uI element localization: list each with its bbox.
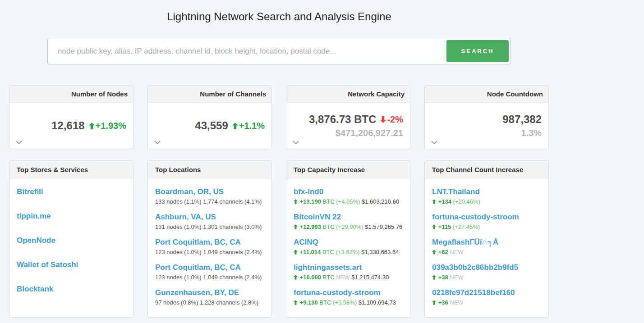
- node-link[interactable]: lightningassets.art: [294, 262, 362, 273]
- stat-card-body: 987,382 1.3%: [425, 103, 548, 149]
- capacity-detail: +13.190 BTC (+4.05%) $1,603,210.60: [294, 197, 403, 206]
- list-item: OpenNode: [17, 235, 126, 246]
- channel-detail: +115 (+27.45%): [432, 223, 541, 231]
- list-card-body: LNT.Thailand +134 (+20.46%) fortuna-cust…: [425, 179, 548, 307]
- capacity-usd: $1,215,474.30: [351, 274, 389, 281]
- capacity-detail: +10.000 BTC NEW $1,215,474.30: [294, 273, 403, 282]
- location-link[interactable]: Boardman, OR, US: [155, 187, 224, 197]
- capacity-detail: +9.130 BTC (+5.98%) $1,109,694.73: [294, 298, 403, 307]
- new-badge: NEW: [450, 249, 463, 255]
- node-link[interactable]: MegaflashΓÜí∩╕Å: [432, 237, 498, 247]
- chevron-down-icon[interactable]: [154, 141, 161, 145]
- store-link[interactable]: Blocktank: [17, 284, 53, 294]
- down-arrow-icon: [380, 116, 386, 123]
- capacity-detail: +11.014 BTC (+3.62%) $1,338,663.64: [294, 248, 403, 256]
- new-badge: NEW: [450, 274, 463, 281]
- list-card-title: Top Stores & Services: [9, 161, 133, 179]
- channel-percent: (+20.46%): [453, 198, 480, 205]
- list-item: lightningassets.art +10.000 BTC NEW $1,2…: [294, 262, 403, 282]
- stat-card-network-capacity: Network Capacity 3,876.73 BTC -2% $471,2…: [286, 85, 410, 149]
- capacity-amount: +9.130: [300, 299, 318, 306]
- list-card-body: Boardman, OR, US 133 nodes (1.1%) 1,774 …: [148, 179, 271, 307]
- list-item: Port Coquitlam, BC, CA 123 nodes (1.0%) …: [155, 262, 264, 282]
- search-button[interactable]: SEARCH: [446, 40, 509, 62]
- stat-card-title: Network Capacity: [286, 86, 410, 103]
- stat-card-number-of-channels: Number of Channels 43,559 +1.1%: [147, 85, 272, 149]
- stat-change: +1.1%: [232, 121, 265, 131]
- capacity-usd: $1,109,694.73: [359, 299, 396, 306]
- node-link[interactable]: fortuna-custody-stroom: [432, 212, 519, 222]
- stat-change: +1.93%: [89, 121, 126, 131]
- stat-card-body: 3,876.73 BTC -2% $471,206,927.21: [286, 103, 410, 149]
- list-card-title: Top Capacity Increase: [286, 161, 410, 179]
- store-link[interactable]: OpenNode: [17, 235, 55, 246]
- location-detail: 123 nodes (1.0%) 1,049 channels (2.4%): [155, 273, 264, 282]
- location-link[interactable]: Ashburn, VA, US: [155, 212, 216, 222]
- channel-detail: +134 (+20.46%): [432, 197, 541, 206]
- list-item: BitcoinVN 22 +12.993 BTC (+29.90%) $1,57…: [294, 212, 403, 231]
- stat-change-value: -2%: [387, 114, 403, 125]
- up-arrow-icon: [432, 224, 436, 229]
- capacity-percent: (+4.05%): [336, 198, 360, 205]
- page: Lightning Network Search and Analysis En…: [0, 0, 644, 323]
- location-link[interactable]: Port Coquitlam, BC, CA: [155, 237, 241, 247]
- list-item: Wallet of Satoshi: [17, 259, 126, 270]
- up-arrow-icon: [89, 123, 95, 129]
- stat-value-line: 12,618 +1.93%: [51, 119, 126, 132]
- location-link[interactable]: Gunzenhausen, BY, DE: [155, 287, 239, 298]
- location-detail: 123 nodes (1.0%) 1,049 channels (2.4%): [155, 248, 264, 256]
- location-detail: 97 nodes (0.8%) 1,228 channels (2.8%): [155, 298, 264, 307]
- node-link[interactable]: bfx-lnd0: [294, 187, 323, 197]
- node-link[interactable]: 039a3b0b2c86bb2b9fd5: [432, 262, 518, 273]
- channel-amount: +115: [438, 223, 451, 230]
- capacity-unit: BTC: [319, 299, 331, 306]
- stat-secondary-value: 1.3%: [521, 128, 542, 138]
- channel-percent: (+27.45%): [453, 223, 480, 230]
- capacity-amount: +10.000: [300, 274, 321, 281]
- store-link[interactable]: Wallet of Satoshi: [17, 259, 78, 270]
- capacity-usd: $1,338,663.64: [361, 249, 399, 255]
- list-item: 039a3b0b2c86bb2b9fd5 +38 NEW: [432, 262, 541, 282]
- stat-value: 3,876.73 BTC: [309, 113, 376, 126]
- chevron-down-icon[interactable]: [431, 141, 437, 145]
- up-arrow-icon: [432, 275, 436, 280]
- stat-value: 987,382: [502, 113, 542, 126]
- stat-secondary-value: $471,206,927.21: [336, 128, 403, 138]
- stat-value-line: 43,559 +1.1%: [195, 119, 265, 132]
- list-item: Ashburn, VA, US 131 nodes (1.0%) 1,301 c…: [155, 212, 264, 231]
- node-link[interactable]: LNT.Thailand: [432, 187, 480, 197]
- node-link[interactable]: BitcoinVN 22: [294, 212, 341, 222]
- search-input[interactable]: [48, 38, 446, 64]
- up-arrow-icon: [294, 275, 298, 280]
- list-card-title: Top Locations: [148, 161, 271, 179]
- list-card-body: Bitrefill tippin.me OpenNode Wallet of S…: [9, 179, 133, 294]
- store-link[interactable]: Bitrefill: [17, 187, 43, 197]
- node-link[interactable]: fortuna-custody-stroom: [294, 287, 381, 298]
- list-item: bfx-lnd0 +13.190 BTC (+4.05%) $1,603,210…: [294, 187, 403, 206]
- channel-amount: +36: [438, 299, 448, 306]
- list-item: Port Coquitlam, BC, CA 123 nodes (1.0%) …: [155, 237, 264, 256]
- stat-card-title: Number of Channels: [148, 86, 271, 103]
- channel-detail: +36 NEW: [432, 298, 541, 307]
- stat-card-number-of-nodes: Number of Nodes 12,618 +1.93%: [9, 85, 133, 149]
- list-item: fortuna-custody-stroom +9.130 BTC (+5.98…: [294, 287, 403, 307]
- up-arrow-icon: [294, 250, 298, 255]
- location-link[interactable]: Port Coquitlam, BC, CA: [155, 262, 241, 273]
- list-item: ACINQ +11.014 BTC (+3.62%) $1,338,663.64: [294, 237, 403, 256]
- capacity-usd: $1,579,265.76: [365, 223, 402, 230]
- chevron-down-icon[interactable]: [16, 141, 22, 145]
- chevron-down-icon[interactable]: [293, 141, 299, 145]
- node-link[interactable]: 0218fe97d21518bef160: [432, 287, 515, 298]
- channel-detail: +62 NEW: [432, 248, 541, 256]
- up-arrow-icon: [432, 250, 436, 255]
- page-title: Lightning Network Search and Analysis En…: [47, 10, 511, 23]
- capacity-percent: (+5.98%): [333, 299, 357, 306]
- store-link[interactable]: tippin.me: [17, 211, 51, 221]
- capacity-percent: (+3.62%): [336, 249, 360, 255]
- capacity-percent: (+29.90%): [336, 223, 363, 230]
- capacity-detail: +12.993 BTC (+29.90%) $1,579,265.76: [294, 223, 403, 231]
- node-link[interactable]: ACINQ: [294, 237, 318, 247]
- capacity-usd: $1,603,210.60: [362, 198, 399, 205]
- list-card-top-stores: Top Stores & Services Bitrefill tippin.m…: [9, 160, 133, 318]
- list-card-body: bfx-lnd0 +13.190 BTC (+4.05%) $1,603,210…: [286, 179, 410, 307]
